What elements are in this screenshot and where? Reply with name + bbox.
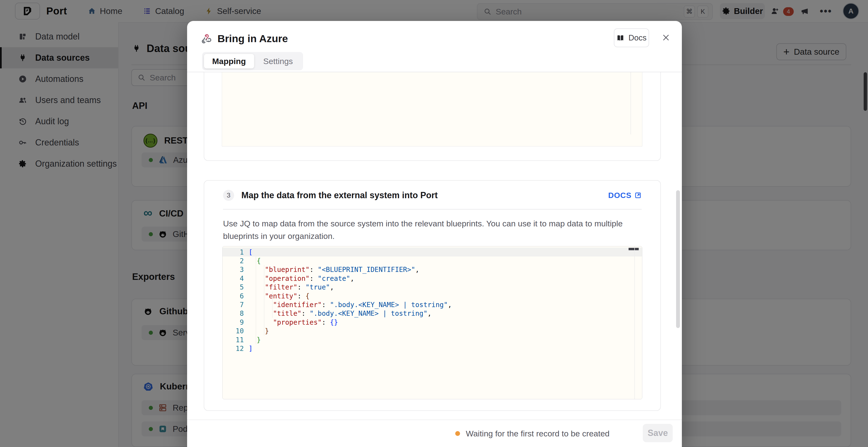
modal-title: Bring in Azure xyxy=(217,33,288,44)
jq-mapping-editor[interactable]: 1[2 {3 "blueprint": "<BLUEPRINT_IDENTIFI… xyxy=(222,246,642,399)
step-number-badge: 3 xyxy=(223,190,234,201)
code-line[interactable]: 5 "filter": "true", xyxy=(222,283,634,291)
code-line[interactable]: 6 "entity": { xyxy=(222,291,634,300)
editor-scrollbar-track xyxy=(634,246,635,399)
code-line[interactable]: 7 "identifier": ".body.<KEY_NAME> | tost… xyxy=(222,300,634,309)
line-number: 6 xyxy=(222,292,244,300)
code-line[interactable]: 10 } xyxy=(222,327,634,336)
save-button[interactable]: Save xyxy=(643,424,673,442)
book-icon xyxy=(616,34,624,42)
code-line[interactable]: 9 "properties": {} xyxy=(222,318,634,326)
modal-tabs: MappingSettings xyxy=(202,52,303,70)
line-number: 5 xyxy=(222,283,244,291)
line-number: 4 xyxy=(222,275,244,282)
tab-settings[interactable]: Settings xyxy=(255,54,301,68)
step-3-card: 3 Map the data from the external system … xyxy=(204,180,661,411)
code-line[interactable]: 11 } xyxy=(222,336,634,344)
step-description: Use JQ to map data from the source syste… xyxy=(223,217,628,242)
code-editor-partial[interactable] xyxy=(222,72,642,146)
line-number: 9 xyxy=(222,318,244,326)
mapping-status: Waiting for the first record to be creat… xyxy=(455,420,610,447)
screen: Port HomeCatalogSelf-service Search ⌘ K … xyxy=(0,0,868,447)
webhook-icon xyxy=(200,33,212,44)
tab-mapping[interactable]: Mapping xyxy=(204,54,254,68)
code-line[interactable]: 8 "title": ".body.<KEY_NAME> | tostring"… xyxy=(222,309,634,318)
line-number: 7 xyxy=(222,301,244,309)
status-dot-icon xyxy=(455,431,460,436)
code-line[interactable]: 1[ xyxy=(222,248,634,256)
code-line[interactable]: 2 { xyxy=(222,256,634,265)
line-number: 1 xyxy=(222,248,244,256)
code-line[interactable]: 3 "blueprint": "<BLUEPRINT_IDENTIFIER>", xyxy=(222,265,634,274)
docs-button[interactable]: Docs xyxy=(614,28,649,47)
line-number: 12 xyxy=(222,345,244,353)
close-icon[interactable] xyxy=(661,33,671,42)
modal-scrollbar-thumb[interactable] xyxy=(676,190,680,328)
line-number: 11 xyxy=(222,336,244,344)
line-number: 3 xyxy=(222,266,244,274)
bring-in-azure-modal: Bring in Azure Docs MappingSettings 3 Ma… xyxy=(187,21,682,447)
docs-link[interactable]: DOCS xyxy=(608,191,642,200)
step-divider xyxy=(223,209,642,209)
line-number: 2 xyxy=(222,257,244,265)
line-number: 10 xyxy=(222,327,244,335)
modal-footer: Waiting for the first record to be creat… xyxy=(187,419,682,447)
editor-scrollbar-track xyxy=(630,72,631,134)
code-line[interactable]: 4 "operation": "create", xyxy=(222,274,634,283)
step-title: Map the data from the external system in… xyxy=(241,190,601,200)
code-line[interactable]: 12] xyxy=(222,344,634,353)
step-2-card-partial xyxy=(204,72,661,161)
line-number: 8 xyxy=(222,309,244,317)
external-link-icon xyxy=(634,192,642,199)
